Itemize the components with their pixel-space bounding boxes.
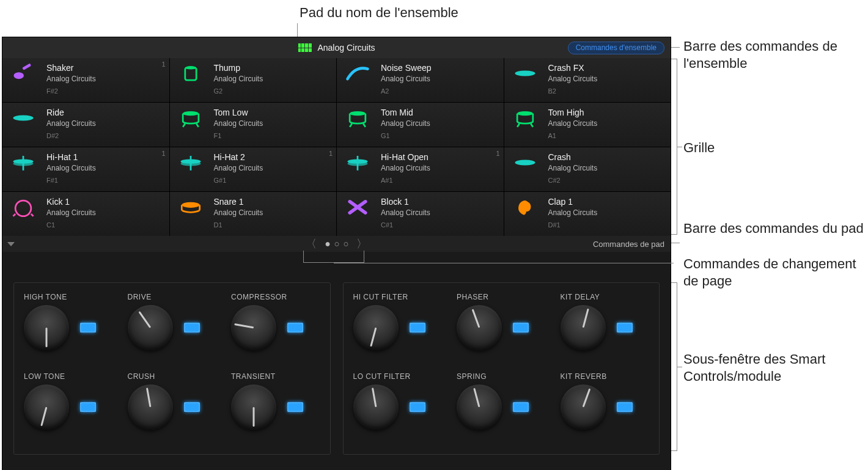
annotation-kit-bar: Barre des commandes de l'ensemble	[683, 38, 867, 72]
led-toggle[interactable]	[410, 402, 425, 412]
leader-line	[364, 263, 674, 263]
pad-preset: Analog Circuits	[214, 119, 263, 128]
pad-cell[interactable]: Kick 1Analog CircuitsC1	[2, 192, 169, 236]
svg-line-26	[13, 214, 16, 216]
kit-controls-button[interactable]: Commandes d'ensemble	[568, 42, 664, 54]
page-change-controls: 〈 〉	[306, 237, 367, 251]
page-dot-2[interactable]	[334, 242, 339, 246]
led-toggle[interactable]	[80, 323, 96, 332]
tom-icon	[344, 108, 371, 128]
knob-control[interactable]	[24, 384, 69, 430]
led-toggle[interactable]	[287, 323, 303, 332]
knob-cell: COMPRESSOR	[224, 289, 328, 369]
pad-cell[interactable]: CrashAnalog CircuitsC#2	[504, 147, 671, 191]
pad-note: F1	[214, 132, 263, 139]
pad-name: Snare 1	[214, 197, 263, 207]
leader-bracket	[303, 251, 364, 263]
knob-control[interactable]	[231, 384, 276, 430]
pad-cell[interactable]: Hi-Hat OpenAnalog CircuitsA#11	[337, 147, 504, 191]
leader-line	[677, 367, 682, 367]
pad-note: G#1	[214, 177, 263, 184]
annotation-pad-bar: Barre des commandes du pad	[683, 220, 864, 237]
knob-control[interactable]	[353, 305, 399, 350]
pad-cell[interactable]: Hi-Hat 2Analog CircuitsG#11	[170, 147, 337, 191]
led-toggle[interactable]	[513, 323, 529, 332]
pad-preset: Analog Circuits	[46, 119, 96, 128]
knob-control[interactable]	[457, 384, 502, 430]
knob-cell: KIT DELAY	[553, 289, 657, 369]
kick-icon	[10, 197, 37, 218]
svg-line-27	[31, 214, 34, 216]
led-toggle[interactable]	[513, 402, 529, 412]
page-next-button[interactable]: 〉	[356, 237, 367, 251]
annotation-smart-pane: Sous-fenêtre des Smart Controls/module	[683, 351, 867, 384]
disclosure-triangle-icon[interactable]	[7, 242, 15, 246]
knob-control[interactable]	[24, 305, 69, 350]
led-toggle[interactable]	[617, 402, 633, 412]
knob-control[interactable]	[231, 305, 276, 350]
pad-preset: Analog Circuits	[46, 75, 96, 83]
led-toggle[interactable]	[184, 402, 200, 412]
pad-cell[interactable]: Hi-Hat 1Analog CircuitsF#11	[2, 147, 169, 191]
pad-preset: Analog Circuits	[548, 208, 598, 217]
knob-cell: LO CUT FILTER	[346, 369, 450, 448]
knob-cell: PHASER	[449, 289, 553, 369]
kit-grid-icon	[298, 43, 311, 52]
pad-cell[interactable]: Tom MidAnalog CircuitsG1	[337, 103, 504, 147]
knob-control[interactable]	[457, 305, 502, 350]
svg-rect-2	[185, 68, 196, 80]
knob-control[interactable]	[128, 384, 173, 430]
pad-name: Hi-Hat 2	[214, 152, 263, 162]
pad-preset: Analog Circuits	[548, 75, 598, 83]
tom-icon	[177, 108, 204, 128]
pad-cell[interactable]: RideAnalog CircuitsD#2	[2, 103, 169, 147]
pad-count: 1	[161, 61, 165, 68]
knob-cell: TRANSIENT	[224, 369, 328, 448]
svg-rect-1	[22, 64, 31, 70]
svg-point-0	[13, 72, 23, 79]
pad-cell[interactable]: Snare 1Analog CircuitsD1	[170, 192, 337, 236]
pad-cell[interactable]: Noise SweepAnalog CircuitsA2	[337, 58, 504, 102]
pad-preset: Analog Circuits	[214, 164, 263, 172]
svg-line-8	[196, 123, 199, 127]
led-toggle[interactable]	[184, 323, 200, 332]
pad-cell[interactable]: Tom HighAnalog CircuitsA1	[504, 103, 671, 147]
svg-point-3	[185, 66, 196, 70]
shaker-icon	[10, 63, 37, 84]
knob-control[interactable]	[128, 305, 173, 350]
svg-point-4	[515, 70, 535, 76]
pad-note: D#1	[548, 221, 598, 229]
pad-name: Block 1	[381, 197, 430, 207]
pad-name: Hi-Hat 1	[46, 152, 96, 162]
pad-command-bar: 〈 〉 Commandes de pad	[2, 236, 671, 252]
page-dot-1[interactable]	[325, 242, 329, 246]
kit-name-pad[interactable]: Analog Circuits	[298, 43, 375, 53]
pad-cell[interactable]: Tom LowAnalog CircuitsF1	[170, 103, 337, 147]
pad-name: Kick 1	[46, 197, 96, 207]
led-toggle[interactable]	[617, 323, 633, 332]
led-toggle[interactable]	[287, 402, 303, 412]
knob-label: COMPRESSOR	[231, 293, 287, 301]
knob-label: TRANSIENT	[231, 372, 276, 381]
kit-name-label: Analog Circuits	[317, 43, 375, 53]
svg-point-5	[13, 115, 34, 120]
pad-preset: Analog Circuits	[548, 119, 598, 128]
pad-cell[interactable]: ThumpAnalog CircuitsG2	[170, 58, 337, 102]
page-prev-button[interactable]: 〈	[306, 237, 317, 251]
pad-preset: Analog Circuits	[381, 208, 430, 217]
led-toggle[interactable]	[410, 323, 425, 332]
knob-control[interactable]	[561, 384, 606, 430]
pad-name: Tom Mid	[381, 108, 430, 117]
pad-cell[interactable]: Crash FXAnalog CircuitsB2	[504, 58, 671, 102]
led-toggle[interactable]	[80, 402, 96, 412]
pad-name: Hi-Hat Open	[381, 152, 430, 162]
pad-cell[interactable]: Clap 1Analog CircuitsD#1	[504, 192, 671, 236]
knob-control[interactable]	[561, 305, 606, 350]
knob-cell: SPRING	[449, 369, 553, 448]
pad-cell[interactable]: ShakerAnalog CircuitsF#21	[2, 58, 169, 102]
drum-v-icon	[177, 63, 204, 84]
page-dot-3[interactable]	[344, 242, 348, 246]
knob-control[interactable]	[353, 384, 399, 430]
pad-cell[interactable]: Block 1Analog CircuitsC#1	[337, 192, 504, 236]
pad-controls-label[interactable]: Commandes de pad	[593, 240, 664, 249]
